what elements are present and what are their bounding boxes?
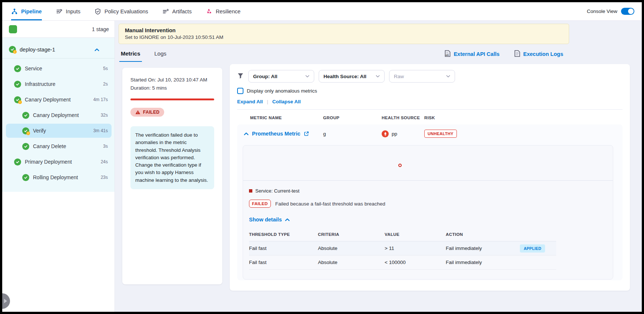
stage-count: 1 stage [92,26,109,32]
status-success-icon [14,81,21,88]
stage-name: deploy-stage-1 [20,47,55,53]
step-primary-deployment[interactable]: Primary Deployment 24s [6,155,112,169]
step-canary-delete[interactable]: Canary Delete 3s [6,139,112,153]
step-duration: 2s [103,81,108,87]
metric-name-cell[interactable]: Prometheus Metric [244,131,323,137]
fail-reason-row: FAILED Failed because a fail-fast thresh… [249,200,607,208]
anomalous-filter-row: Display only anomalous metrics [237,88,623,94]
step-service[interactable]: Service 5s [6,61,112,76]
tab-artifacts[interactable]: Artifacts [162,2,192,20]
stage-row-deploy-stage-1[interactable]: ! deploy-stage-1 [2,40,114,58]
step-duration: 23s [101,175,108,180]
group-filter-select[interactable]: Group: All [248,70,314,83]
failed-progress-bar [130,98,214,100]
artifacts-icon [162,8,169,15]
step-infrastructure[interactable]: Infrastructure 2s [6,77,112,91]
banner-title: Manual Intervention [125,27,563,33]
tab-label: Pipeline [21,9,42,14]
tab-label: Policy Evaluations [104,9,148,14]
status-success-icon [14,158,21,166]
metric-chart [243,146,613,181]
started-on: Started On: Jul 10, 2023 10:47 AM [130,76,214,84]
status-success-icon [22,112,29,119]
tab-pipeline[interactable]: Pipeline [11,2,42,20]
status-success-icon [22,174,29,181]
step-verify[interactable]: ! Verify 3m 41s [6,124,112,138]
step-canary-deployment[interactable]: Canary Deployment 32s [6,108,112,122]
tab-inputs[interactable]: Inputs [56,2,81,20]
manual-intervention-banner: Manual Intervention Set to IGNORE on 10-… [119,24,569,44]
show-details-link[interactable]: Show details [249,217,607,223]
filter-row: Group: All Health Source: All Raw [237,70,623,83]
raw-filter-select[interactable]: Raw [389,70,455,83]
external-api-calls-link[interactable]: API External API Calls [445,50,499,58]
step-canary-deployment-group[interactable]: ! Canary Deployment 4m 17s [6,93,112,107]
top-nav: Pipeline Inputs Policy Evaluations Artif… [2,2,642,21]
tab-logs[interactable]: Logs [153,50,168,62]
step-duration: 4m 17s [93,97,108,102]
status-success-warning-icon: ! [22,127,29,134]
tab-label: Inputs [66,9,81,14]
chevron-up-icon[interactable] [244,132,249,136]
stage-status-chip [9,25,17,33]
tab-label: Artifacts [172,9,192,14]
execution-logs-icon [514,50,520,58]
status-warning-icon: ! [26,131,30,135]
table-row: Fail fast Absolute < 100000 Fail immedia… [249,255,556,270]
console-view-toggle[interactable] [621,8,634,15]
step-duration: 3s [103,144,108,149]
step-duration: 32s [101,113,108,118]
svg-text:API: API [446,54,449,56]
fail-message: Failed because a fail-fast threshold was… [275,201,385,207]
health-source-filter-select[interactable]: Health Source: All [319,70,385,83]
tab-metrics[interactable]: Metrics [119,50,142,62]
execution-tree: ! deploy-stage-1 Service 5s Infrastructu… [2,38,114,192]
collapse-all-link[interactable]: Collapse All [272,99,301,104]
legend-label: Service: Current-test [255,188,299,194]
execution-sidebar: 1 stage ! deploy-stage-1 Service 5s [2,21,115,312]
divider: | [267,99,268,104]
duration: Duration: 5 mins [130,84,214,92]
chevron-down-icon [376,75,380,78]
resilience-icon [206,8,212,15]
failed-warning-icon [135,110,140,114]
data-point-marker[interactable] [398,164,402,167]
anomalous-metrics-checkbox[interactable] [237,88,243,94]
status-success-warning-icon: ! [9,46,16,53]
thresholds-header: THRESHOLD TYPE CRITERIA VALUE ACTION [249,230,556,241]
filter-icon [237,73,244,80]
chevron-up-icon [285,218,290,221]
applied-badge: APPLIED [520,244,545,253]
pipeline-icon [11,8,18,15]
table-row: Fail fast Absolute > 11 Fail immediately… [249,241,556,255]
metric-group-cell: g [323,131,382,137]
step-rolling-deployment[interactable]: Rolling Deployment 23s [6,170,112,184]
execution-logs-link[interactable]: Execution Logs [514,50,563,58]
table-row[interactable]: Prometheus Metric g pp UNHEALTHY [237,124,623,143]
metric-health-source-cell: pp [382,130,424,137]
tab-policy-evaluations[interactable]: Policy Evaluations [94,2,148,20]
status-success-icon [14,65,21,72]
verification-status-badge: FAILED [130,108,164,117]
step-duration: 3m 41s [93,128,108,133]
step-duration: 5s [103,66,108,71]
console-view-label: Console View [587,9,617,14]
sidebar-header: 1 stage [2,21,114,38]
step-duration: 24s [101,159,108,164]
metrics-content: Started On: Jul 10, 2023 10:47 AM Durati… [122,64,630,291]
failed-badge: FAILED [249,200,271,208]
chevron-down-icon [305,75,309,78]
external-link-icon[interactable] [304,131,309,136]
tab-resilience[interactable]: Resilience [206,2,240,20]
metrics-panel: Group: All Health Source: All Raw Displa… [230,64,630,291]
console-view-control: Console View [587,2,634,20]
status-warning-icon: ! [18,100,22,104]
metric-name-link[interactable]: Prometheus Metric [252,131,301,137]
external-api-calls-icon: API [445,50,451,58]
status-success-warning-icon: ! [14,96,21,103]
metrics-table-header: METRIC NAME GROUP HEALTH SOURCE RISK [237,110,623,124]
chevron-up-icon[interactable] [94,46,99,53]
toggle-knob [628,9,634,14]
expand-all-link[interactable]: Expand All [237,99,263,104]
divider [2,58,114,59]
